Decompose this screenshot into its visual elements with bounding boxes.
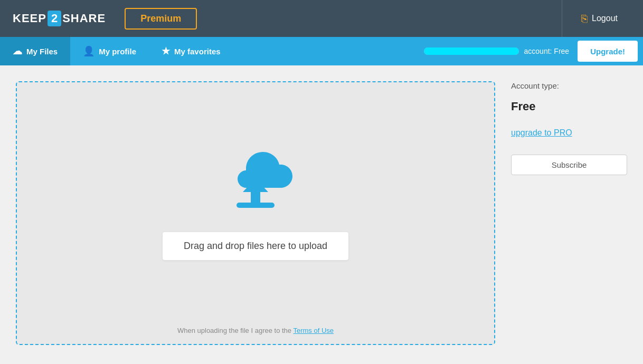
cloud-icon: ☁ (13, 45, 22, 57)
logo-share: SHARE (62, 12, 106, 25)
nav-item-my-favorites[interactable]: ★ My favorites (149, 37, 233, 65)
upgrade-pro-link[interactable]: upgrade to PRO (511, 128, 627, 138)
upgrade-button[interactable]: Upgrade! (578, 41, 638, 62)
cloud-upload-icon (213, 146, 298, 216)
logo-keep: KEEP (13, 12, 46, 25)
terms-link[interactable]: Terms of Use (293, 327, 334, 334)
header-right: ⎘ Logout (562, 0, 630, 37)
terms-text: When uploading the file I agree to the T… (177, 327, 334, 334)
nav-label-my-profile: My profile (99, 47, 136, 56)
upload-zone[interactable]: Drag and drop files here to upload When … (16, 81, 495, 345)
header: KEEP 2 SHARE Premium ⎘ Logout (0, 0, 643, 37)
nav-item-my-profile[interactable]: 👤 My profile (70, 37, 149, 65)
star-icon: ★ (162, 45, 170, 57)
terms-prefix: When uploading the file I agree to the (177, 327, 293, 334)
storage-bar-background (424, 47, 519, 55)
sidebar: Account type: Free upgrade to PRO Subscr… (511, 81, 627, 345)
drag-drop-box: Drag and drop files here to upload (163, 232, 348, 260)
premium-button[interactable]: Premium (125, 8, 197, 30)
nav-label-my-favorites: My favorites (174, 47, 221, 56)
person-icon: 👤 (83, 45, 94, 57)
svg-rect-2 (237, 203, 275, 208)
storage-bar-container: account: Free (424, 47, 570, 55)
storage-bar-fill (424, 47, 519, 55)
nav-item-my-files[interactable]: ☁ My Files (0, 37, 70, 65)
account-type-label: Account type: (511, 81, 627, 90)
account-label: account: Free (524, 47, 570, 55)
nav-label-my-files: My Files (26, 47, 58, 56)
logout-icon: ⎘ (581, 13, 588, 25)
logo: KEEP 2 SHARE (13, 11, 106, 26)
subscribe-button[interactable]: Subscribe (511, 155, 627, 175)
account-type-value: Free (511, 100, 627, 113)
logo-2: 2 (48, 11, 61, 26)
drag-drop-text: Drag and drop files here to upload (184, 241, 327, 251)
logout-label: Logout (592, 14, 618, 23)
main-content: Drag and drop files here to upload When … (0, 65, 643, 361)
logout-button[interactable]: ⎘ Logout (569, 13, 630, 25)
header-divider (562, 0, 562, 37)
navbar: ☁ My Files 👤 My profile ★ My favorites a… (0, 37, 643, 65)
